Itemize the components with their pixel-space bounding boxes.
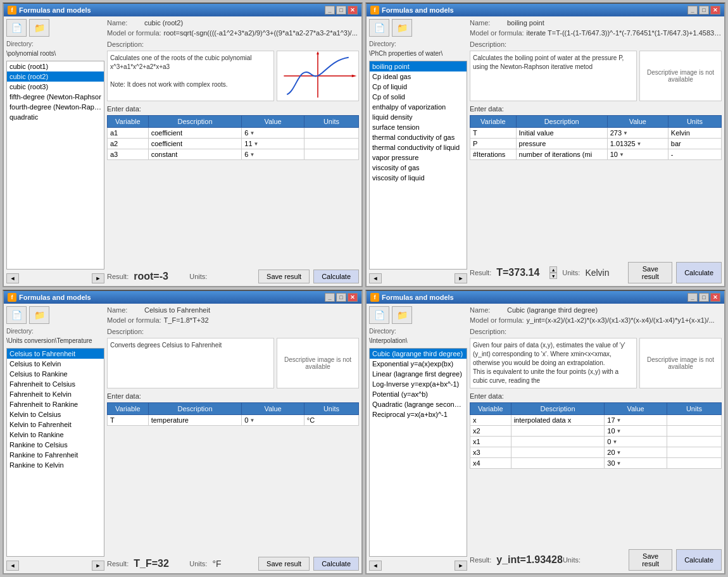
- td-val-4-1[interactable]: 10 ▼: [605, 426, 667, 437]
- result-value-1: root=-3: [134, 271, 184, 282]
- list-item-2-10[interactable]: viscosity of gas: [370, 163, 467, 173]
- list-item-4-5[interactable]: Quadratic (lagrange second de: [370, 399, 467, 409]
- scroll-left-3[interactable]: ◄: [6, 561, 19, 571]
- td-val-2-0[interactable]: 273 ▼: [607, 128, 668, 139]
- list-item-1-4[interactable]: fourth-degree (Newton-Raphs): [7, 102, 104, 112]
- list-item-2-2[interactable]: Cp of liquid: [370, 82, 467, 92]
- close-btn-3[interactable]: ✕: [348, 293, 358, 302]
- td-var-1-0: a1: [108, 128, 149, 139]
- list-box-2[interactable]: boiling point Cp ideal gas Cp of liquid …: [369, 61, 467, 270]
- save-btn-4[interactable]: Save result: [629, 549, 672, 571]
- maximize-btn-4[interactable]: □: [699, 293, 709, 302]
- scroll-right-4[interactable]: ►: [455, 561, 467, 571]
- scroll-right-2[interactable]: ►: [455, 273, 467, 283]
- list-item-1-3[interactable]: fifth-degree (Newton-Raphsor: [7, 92, 104, 102]
- save-btn-3[interactable]: Save result: [258, 557, 310, 571]
- td-val-1-2[interactable]: 6 ▼: [242, 149, 304, 160]
- open-btn-1[interactable]: 📁: [29, 19, 49, 37]
- td-val-4-0[interactable]: 17 ▼: [605, 415, 667, 426]
- new-btn-4[interactable]: 📄: [369, 306, 389, 324]
- td-val-4-4[interactable]: 30 ▼: [605, 458, 667, 469]
- list-item-3-1[interactable]: Celsius to Kelvin: [7, 359, 104, 369]
- minimize-btn-2[interactable]: _: [687, 6, 698, 15]
- list-item-3-8[interactable]: Kelvin to Rankine: [7, 430, 104, 440]
- scroll-left-4[interactable]: ◄: [369, 561, 382, 571]
- td-val-1-1[interactable]: 11 ▼: [242, 139, 304, 149]
- list-box-1[interactable]: cubic (root1) cubic (root2) cubic (root3…: [6, 61, 104, 270]
- list-item-4-6[interactable]: Reciprocal y=x(a+bx)^-1: [370, 409, 467, 419]
- list-item-3-4[interactable]: Fahrenheit to Kelvin: [7, 389, 104, 399]
- list-item-2-6[interactable]: surface tension: [370, 122, 467, 132]
- list-item-4-0[interactable]: Cubic (lagrange third degree): [370, 349, 467, 359]
- list-item-3-11[interactable]: Rankine to Kelvin: [7, 460, 104, 470]
- td-val-2-1[interactable]: 1.01325 ▼: [607, 139, 668, 149]
- open-btn-3[interactable]: 📁: [29, 306, 49, 324]
- list-item-1-2[interactable]: cubic (root3): [7, 82, 104, 92]
- save-btn-2[interactable]: Save result: [628, 262, 672, 283]
- td-val-3-0[interactable]: 0 ▼: [242, 415, 304, 426]
- list-item-4-2[interactable]: Linear (lagrange first degree): [370, 369, 467, 379]
- list-item-4-4[interactable]: Potential (y=ax^b): [370, 389, 467, 399]
- list-item-3-7[interactable]: Kelvin to Fahrenheit: [7, 419, 104, 430]
- minimize-btn-1[interactable]: _: [325, 6, 335, 15]
- minimize-btn-3[interactable]: _: [325, 293, 335, 302]
- list-item-3-2[interactable]: Celsius to Rankine: [7, 369, 104, 379]
- new-btn-2[interactable]: 📄: [369, 19, 389, 37]
- calc-btn-1[interactable]: Calculate: [313, 270, 359, 283]
- th-var-3: Variable: [108, 403, 149, 415]
- minimize-btn-4[interactable]: _: [687, 293, 698, 302]
- list-item-3-10[interactable]: Rankine to Fahrenheit: [7, 450, 104, 460]
- list-item-3-9[interactable]: Rankine to Celsius: [7, 440, 104, 450]
- list-box-3[interactable]: Celsius to Fahrenheit Celsius to Kelvin …: [6, 348, 104, 557]
- list-item-1-1[interactable]: cubic (root2): [7, 71, 104, 82]
- list-item-3-6[interactable]: Kelvin to Celsius: [7, 409, 104, 419]
- maximize-btn-1[interactable]: □: [336, 6, 346, 15]
- calc-btn-4[interactable]: Calculate: [676, 549, 722, 571]
- scroll-left-1[interactable]: ◄: [6, 273, 19, 283]
- app-icon-1: f: [8, 6, 16, 15]
- list-item-1-0[interactable]: cubic (root1): [7, 61, 104, 71]
- td-val-2-2[interactable]: 10 ▼: [607, 149, 668, 160]
- list-item-2-7[interactable]: thermal conductivity of gas: [370, 132, 467, 142]
- calc-btn-3[interactable]: Calculate: [313, 557, 359, 571]
- list-item-3-5[interactable]: Fahrenheit to Rankine: [7, 399, 104, 409]
- td-val-4-2[interactable]: 0 ▼: [605, 437, 667, 447]
- desc-image-3: Descriptive image is not available: [277, 338, 359, 388]
- list-item-2-3[interactable]: Cp of solid: [370, 92, 467, 102]
- close-btn-2[interactable]: ✕: [710, 6, 720, 15]
- list-item-2-11[interactable]: viscosity of liquid: [370, 173, 467, 183]
- maximize-btn-3[interactable]: □: [336, 293, 346, 302]
- list-item-1-5[interactable]: quadratic: [7, 112, 104, 122]
- save-btn-1[interactable]: Save result: [258, 270, 310, 283]
- open-btn-4[interactable]: 📁: [392, 306, 412, 324]
- list-item-2-5[interactable]: liquid density: [370, 112, 467, 122]
- list-item-2-0[interactable]: boiling point: [370, 61, 467, 71]
- list-item-3-3[interactable]: Fahrenheit to Celsius: [7, 379, 104, 389]
- close-btn-4[interactable]: ✕: [710, 293, 720, 302]
- scroll-left-2[interactable]: ◄: [369, 273, 382, 283]
- directory-label-2: Directory:: [369, 40, 467, 47]
- app-icon-4: f: [370, 293, 379, 302]
- list-box-4[interactable]: Cubic (lagrange third degree) Exponentia…: [369, 348, 467, 557]
- list-item-2-9[interactable]: vapor pressure: [370, 152, 467, 163]
- td-val-4-3[interactable]: 20 ▼: [605, 447, 667, 458]
- list-item-3-0[interactable]: Celsius to Fahrenheit: [7, 349, 104, 359]
- close-btn-1[interactable]: ✕: [348, 6, 358, 15]
- list-item-4-3[interactable]: Log-Inverse y=exp(a+bx^-1): [370, 379, 467, 389]
- calc-btn-2[interactable]: Calculate: [676, 262, 722, 283]
- new-btn-1[interactable]: 📄: [6, 19, 27, 37]
- spinner-down-2[interactable]: ▼: [549, 273, 557, 279]
- list-item-2-8[interactable]: thermal conductivity of liquid: [370, 142, 467, 152]
- result-value-2: T=373.14: [496, 267, 547, 278]
- new-btn-3[interactable]: 📄: [6, 306, 27, 324]
- maximize-btn-2[interactable]: □: [699, 6, 709, 15]
- scroll-right-3[interactable]: ►: [92, 561, 104, 571]
- list-item-2-4[interactable]: enthalpy of vaporization: [370, 102, 467, 112]
- open-btn-2[interactable]: 📁: [392, 19, 412, 37]
- spinner-up-2[interactable]: ▲: [549, 266, 557, 273]
- desc-label-2: Description:: [470, 40, 722, 48]
- list-item-2-1[interactable]: Cp ideal gas: [370, 71, 467, 82]
- scroll-right-1[interactable]: ►: [92, 273, 104, 283]
- td-val-1-0[interactable]: 6 ▼: [242, 128, 304, 139]
- list-item-4-1[interactable]: Exponential y=a(x)exp(bx): [370, 359, 467, 369]
